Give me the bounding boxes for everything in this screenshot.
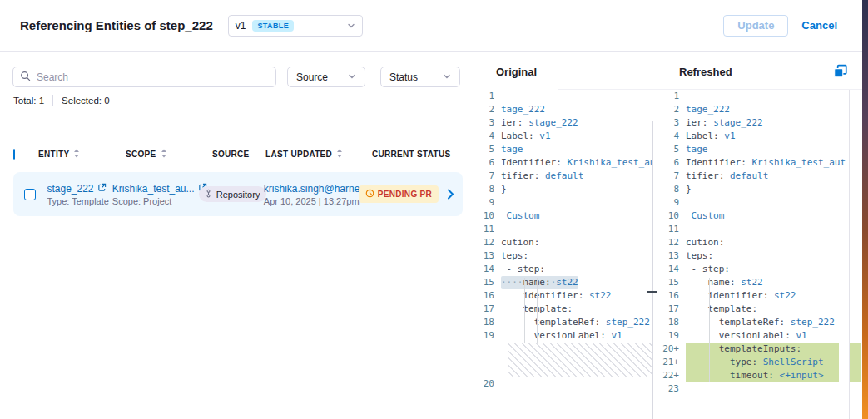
original-pane-title: Original [496, 66, 537, 78]
line-number: 14 [657, 263, 686, 276]
updated-at: Apr 10, 2025 | 13:27pm [264, 196, 359, 206]
line-number: 10 [479, 210, 501, 223]
pane-separator-notch [641, 121, 653, 121]
source-filter-label: Source [296, 71, 328, 83]
line-number: 1 [479, 90, 501, 103]
code-line: 9 [479, 196, 653, 210]
code-line: 1 [479, 90, 653, 103]
search-box[interactable] [12, 67, 276, 87]
total-count: Total: 1 [13, 96, 44, 106]
git-repository-icon [204, 189, 213, 200]
pane-separator [652, 121, 653, 419]
entity-type: Type: Template [47, 196, 112, 206]
updated-by: krishika.singh@harnes... [264, 183, 374, 195]
indent-guide [722, 278, 722, 382]
code-line: 5tage [479, 143, 653, 156]
code-line: 5tage [657, 143, 862, 156]
table-row[interactable]: stage_222 Type: Template Krishika_test_a… [13, 172, 463, 216]
line-number: 7 [657, 170, 686, 183]
code-line: 2tage_222 [657, 103, 862, 116]
line-number: 13 [657, 249, 686, 263]
line-number: 17 [657, 303, 686, 316]
code-line: 4Label: v1 [479, 130, 653, 143]
code-line: 13teps: [657, 249, 862, 263]
scope-name-link[interactable]: Krishika_test_au... [112, 183, 195, 195]
line-number: 9 [479, 196, 501, 210]
entity-name-link[interactable]: stage_222 [47, 183, 93, 195]
indent-guide [709, 278, 710, 382]
sort-icon[interactable] [73, 149, 80, 160]
source-filter-dropdown[interactable]: Source [287, 67, 365, 87]
scope-detail: Scope: Project [112, 196, 199, 206]
line-number: 15 [479, 276, 501, 289]
code-line: 6Identifier: Krishika_test_aut [479, 156, 653, 170]
code-line: 13teps: [479, 249, 653, 263]
line-number: 9 [657, 196, 686, 210]
column-entity: ENTITY [38, 150, 69, 159]
line-number: 3 [657, 116, 686, 130]
external-link-icon[interactable] [97, 183, 107, 195]
line-number: 12 [657, 236, 686, 249]
code-line: 10 Custom [479, 210, 653, 223]
original-code-pane[interactable]: 12tage_2223ier: stage_2224Label: v15tage… [479, 90, 653, 419]
code-line: 11 [657, 223, 862, 236]
update-button[interactable]: Update [723, 15, 788, 37]
line-number: 5 [479, 143, 501, 156]
code-line: 3ier: stage_222 [479, 116, 653, 130]
diff-header-divider [558, 52, 558, 89]
column-current-status: CURRENT STATUS [372, 150, 450, 159]
line-number: 3 [479, 116, 501, 130]
code-line: 21+ type: ShellScript [657, 356, 862, 369]
search-input[interactable] [37, 71, 269, 83]
added-lines-ruler-mark [850, 343, 861, 382]
line-number: 13 [479, 249, 501, 263]
code-line: 7tifier: default [479, 170, 653, 183]
line-number: 18 [657, 316, 686, 329]
version-select[interactable]: v1 STABLE [228, 15, 363, 37]
sort-icon[interactable] [336, 149, 343, 160]
line-number: 6 [479, 156, 501, 170]
line-number: 17 [479, 303, 501, 316]
row-checkbox[interactable] [24, 189, 36, 200]
clock-icon [365, 189, 374, 200]
column-source: SOURCE [212, 150, 250, 159]
copy-icon[interactable] [833, 64, 848, 79]
line-number: 21+ [657, 356, 686, 369]
code-line: 1 [657, 90, 862, 103]
source-badge-label: Repository [216, 190, 260, 200]
expand-row-button[interactable] [439, 189, 463, 200]
search-icon [20, 70, 31, 85]
cancel-button[interactable]: Cancel [801, 19, 837, 32]
stable-badge: STABLE [252, 20, 294, 32]
line-number: 2 [479, 103, 501, 116]
code-line: 15····name:·st22 [479, 276, 653, 289]
code-line: 9 [657, 196, 862, 210]
code-line: 14 - step: [657, 263, 862, 276]
status-filter-label: Status [389, 71, 418, 83]
code-line: 8} [479, 183, 653, 196]
modal-header: Referencing Entities of step_222 v1 STAB… [0, 0, 862, 52]
sort-icon[interactable] [161, 149, 167, 160]
line-number: 7 [479, 170, 501, 183]
code-line: 6Identifier: Krishika_test_aut [657, 156, 862, 170]
refreshed-code-pane[interactable]: 12tage_2223ier: stage_2224Label: v15tage… [657, 90, 862, 419]
table-header: ENTITY SCOPE SOURCE LAST UPDATED CURRENT… [13, 146, 463, 161]
indent-guide [524, 278, 525, 343]
line-number: 18 [479, 316, 501, 329]
line-number: 11 [657, 223, 686, 236]
code-line: 20 [479, 377, 653, 391]
line-number: 4 [479, 130, 501, 143]
results-summary: Total: 1 Selected: 0 [13, 95, 110, 106]
code-line: 16 identifier: st22 [657, 289, 862, 303]
status-filter-dropdown[interactable]: Status [380, 67, 460, 87]
scrollbar-thumb[interactable] [647, 291, 657, 293]
line-number: 6 [657, 156, 686, 170]
code-line: 2tage_222 [479, 103, 653, 116]
divider [52, 95, 53, 106]
code-line: 12cution: [479, 236, 653, 249]
line-number: 12 [479, 236, 501, 249]
code-line: 17 template: [657, 303, 862, 316]
select-all-checkbox[interactable] [13, 149, 15, 160]
line-number: 14 [479, 263, 501, 276]
line-number: 22+ [657, 369, 686, 382]
